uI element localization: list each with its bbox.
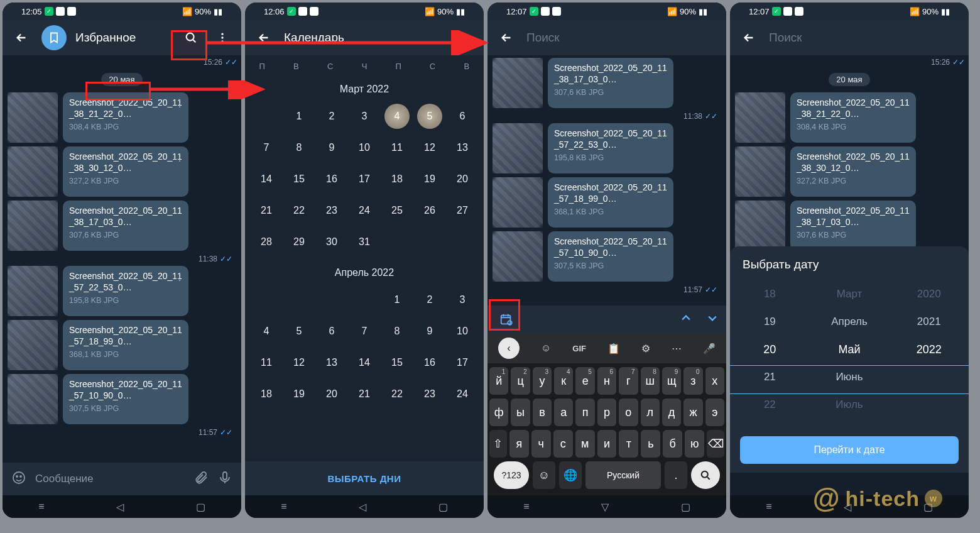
calendar-day[interactable]: 12: [283, 349, 315, 376]
key[interactable]: з0: [683, 367, 702, 395]
key[interactable]: в: [533, 398, 552, 426]
calendar-day[interactable]: 5: [283, 317, 315, 345]
message-bubble[interactable]: Screenshot_2022_05_20_11_57_10_90_0… 307…: [63, 374, 188, 424]
back-icon[interactable]: [10, 26, 33, 49]
kbd-mic-icon[interactable]: 🎤: [703, 343, 716, 354]
kbd-more-icon[interactable]: ⋯: [672, 343, 682, 354]
kbd-settings-icon[interactable]: ⚙: [641, 343, 650, 354]
message-more-icon[interactable]: ⋮: [175, 97, 185, 109]
attach-icon[interactable]: [193, 470, 209, 488]
calendar-day[interactable]: 26: [413, 197, 446, 224]
result-down-icon[interactable]: [706, 312, 719, 327]
key[interactable]: ч: [531, 430, 551, 458]
nav-back-icon[interactable]: ▽: [601, 501, 609, 513]
go-to-date-button[interactable]: Перейти к дате: [740, 436, 959, 464]
message-bubble[interactable]: Screenshot_2022_05_20_11_38_17_03_0… 307…: [790, 201, 916, 251]
period-key[interactable]: .: [665, 461, 687, 489]
calendar-day[interactable]: 21: [348, 380, 381, 408]
message-bubble[interactable]: Screenshot_2022_05_20_11_38_30_12_0… 327…: [790, 146, 916, 197]
calendar-day[interactable]: 28: [250, 228, 283, 256]
attachment-thumb[interactable]: [8, 201, 58, 251]
calendar-day[interactable]: 24: [446, 380, 479, 408]
attachment-thumb[interactable]: [8, 92, 58, 143]
calendar-day[interactable]: 9: [315, 134, 348, 162]
calendar-day[interactable]: 6: [315, 317, 348, 345]
calendar-day[interactable]: 30: [315, 228, 348, 256]
calendar-day[interactable]: 11: [381, 134, 413, 162]
month-wheel[interactable]: Март Апрель Май Июнь Июль: [810, 280, 890, 430]
attachment-thumb[interactable]: [8, 320, 58, 370]
message-bubble[interactable]: Screenshot_2022_05_20_11_57_18_99_0… 368…: [548, 177, 673, 228]
calendar-jump-icon[interactable]: [495, 308, 518, 331]
nav-home-icon[interactable]: ▢: [438, 501, 448, 513]
calendar-day[interactable]: 22: [381, 380, 413, 408]
attachment-thumb[interactable]: [493, 58, 543, 108]
calendar-day[interactable]: 1: [381, 286, 413, 314]
attachment-thumb[interactable]: [493, 177, 543, 228]
nav-menu-icon[interactable]: ≡: [38, 501, 44, 512]
back-icon[interactable]: [253, 26, 275, 49]
attachment-thumb[interactable]: [8, 146, 58, 197]
key[interactable]: ы: [511, 398, 530, 426]
calendar-day[interactable]: 27: [446, 197, 479, 224]
calendar-day[interactable]: 7: [348, 317, 381, 345]
message-more-icon[interactable]: ⋮: [175, 271, 185, 283]
emoji-key[interactable]: ☺: [533, 461, 555, 489]
calendar-day[interactable]: 24: [348, 197, 381, 224]
nav-back-icon[interactable]: ◁: [116, 501, 124, 513]
message-bubble[interactable]: Screenshot_2022_05_20_11_38_17_03_0… 307…: [63, 201, 188, 251]
key[interactable]: б: [663, 430, 682, 458]
calendar-day[interactable]: 20: [315, 380, 348, 408]
language-key[interactable]: 🌐: [559, 461, 582, 489]
key[interactable]: ь: [641, 430, 660, 458]
calendar-day[interactable]: 9: [413, 317, 446, 345]
year-wheel[interactable]: 2020 2021 2022: [889, 280, 969, 430]
calendar-day[interactable]: 11: [250, 349, 283, 376]
kbd-collapse-icon[interactable]: ‹: [498, 338, 520, 359]
calendar-day[interactable]: 8: [381, 317, 413, 345]
calendar-day[interactable]: 23: [413, 380, 446, 408]
calendar-day[interactable]: 16: [413, 349, 446, 376]
calendar-day[interactable]: 1: [283, 102, 315, 130]
key[interactable]: м: [575, 430, 595, 458]
mic-icon[interactable]: [217, 470, 232, 488]
key[interactable]: х: [705, 367, 724, 395]
emoji-icon[interactable]: [11, 470, 26, 488]
calendar-day[interactable]: 2: [413, 286, 446, 314]
calendar-day[interactable]: 16: [315, 165, 348, 193]
attachment-thumb[interactable]: [8, 266, 58, 316]
attachment-thumb[interactable]: [493, 123, 543, 173]
key[interactable]: г7: [619, 367, 638, 395]
attachment-thumb[interactable]: [493, 231, 543, 282]
calendar-day[interactable]: 12: [413, 134, 446, 162]
more-icon[interactable]: [211, 26, 234, 49]
key[interactable]: л: [641, 398, 660, 426]
calendar-day[interactable]: 21: [250, 197, 283, 224]
calendar-day[interactable]: 14: [250, 165, 283, 193]
message-bubble[interactable]: Screenshot_2022_05_20_11_57_22_53_0… 195…: [548, 123, 673, 173]
key[interactable]: р: [597, 398, 616, 426]
calendar-day[interactable]: 18: [381, 165, 413, 193]
calendar-day[interactable]: 5: [413, 102, 446, 130]
calendar-day[interactable]: 31: [348, 228, 381, 256]
space-key[interactable]: Русский: [585, 461, 661, 489]
date-chip[interactable]: 20 мая: [829, 73, 869, 86]
key[interactable]: о: [619, 398, 638, 426]
search-go-key[interactable]: [691, 461, 720, 489]
kbd-gif-icon[interactable]: GIF: [572, 344, 586, 353]
key[interactable]: щ9: [662, 367, 681, 395]
calendar-day[interactable]: 19: [283, 380, 315, 408]
day-wheel[interactable]: 18 19 20 21 22: [730, 280, 810, 430]
calendar-day[interactable]: 3: [446, 286, 479, 314]
key[interactable]: ц2: [511, 367, 530, 395]
search-input[interactable]: Поиск: [526, 31, 719, 45]
calendar-day[interactable]: 13: [446, 134, 479, 162]
search-icon[interactable]: [180, 26, 202, 49]
key[interactable]: э: [705, 398, 724, 426]
attachment-thumb[interactable]: [8, 374, 58, 424]
calendar-day[interactable]: 15: [381, 349, 413, 376]
message-bubble[interactable]: Screenshot_2022_05_20_11_38_30_12_0… 327…: [63, 146, 188, 197]
message-bubble[interactable]: Screenshot_2022_05_20_11_57_18_99_0… 368…: [63, 320, 188, 370]
saved-messages-avatar[interactable]: [41, 25, 67, 50]
attachment-thumb[interactable]: [735, 201, 785, 251]
